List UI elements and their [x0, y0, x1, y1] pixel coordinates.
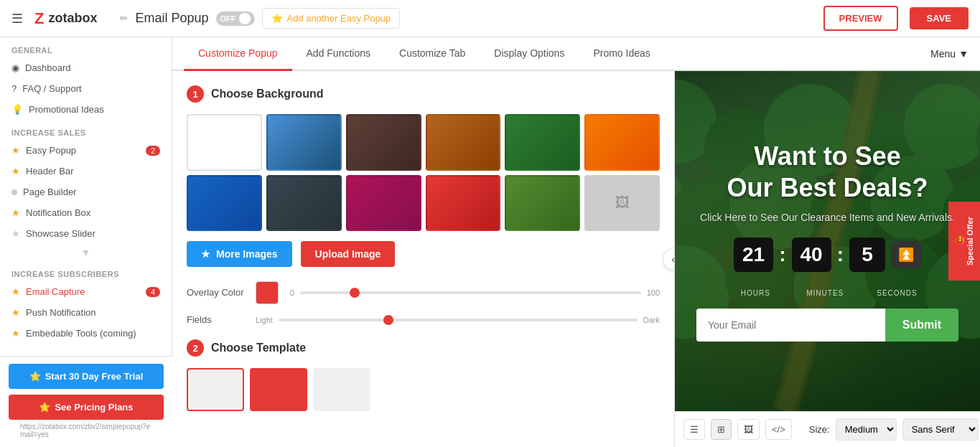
seconds-block: 5: [849, 237, 885, 272]
tab-add-functions[interactable]: Add Functions: [292, 37, 386, 71]
overlay-label: Overlay Color: [187, 286, 244, 299]
hours-group: 21: [734, 237, 773, 272]
bg-option-7[interactable]: [266, 175, 342, 232]
star-icon: ★: [11, 328, 20, 339]
star-icon: ⭐: [39, 402, 50, 413]
trial-button[interactable]: ⭐ Start 30 Day Free Trial: [9, 364, 164, 389]
size-select[interactable]: Small Medium Large: [836, 418, 897, 441]
star-icon: ★: [11, 207, 20, 218]
fields-tone-slider[interactable]: [279, 319, 638, 321]
slider-max-label: 100: [647, 288, 660, 297]
chevron-down-icon: ▼: [81, 247, 91, 258]
pricing-button[interactable]: ⭐ See Pricing Plans: [9, 395, 164, 420]
popup-title: Want to See Our Best Deals?: [696, 141, 958, 202]
toggle-dot: [239, 13, 251, 24]
section1-title: Choose Background: [211, 88, 323, 100]
sidebar-item-header-bar[interactable]: ★ Header Bar: [0, 161, 172, 182]
question-icon: ?: [11, 83, 17, 94]
bg-option-2[interactable]: [346, 114, 421, 171]
badge: 4: [146, 287, 160, 297]
upload-image-button[interactable]: Upload Image: [301, 241, 396, 267]
fields-row: Fields Light Dark: [187, 314, 660, 325]
countdown-labels: HOURS MINUTES SECONDS: [737, 289, 917, 297]
overlay-opacity-slider[interactable]: [300, 291, 641, 294]
preview-button[interactable]: PREVIEW: [823, 6, 898, 31]
minutes-block: 40: [792, 237, 831, 272]
email-input[interactable]: [696, 309, 885, 342]
star-icon: ⭐: [271, 13, 283, 24]
bg-option-8[interactable]: [346, 175, 421, 232]
sidebar-item-promo-ideas[interactable]: 💡 Promotional Ideas: [0, 99, 172, 120]
spacer-label2: [849, 289, 871, 297]
toolbar-list-view[interactable]: ☰: [683, 419, 705, 440]
sidebar-item-faq[interactable]: ? FAQ / Support: [0, 78, 172, 99]
toggle-switch[interactable]: OFF: [216, 11, 255, 26]
template-option-3[interactable]: [313, 368, 370, 411]
countdown-container: 21 : 40 : 5: [696, 237, 958, 297]
background-grid: 🖼: [187, 114, 660, 231]
fields-label: Fields: [187, 314, 244, 325]
template-option-2[interactable]: [250, 368, 307, 411]
bg-option-10[interactable]: [505, 175, 580, 232]
popup-content: Want to See Our Best Deals? Click Here t…: [696, 141, 958, 341]
tab-display-options[interactable]: Display Options: [480, 37, 579, 71]
bg-option-placeholder[interactable]: 🖼: [584, 175, 660, 232]
sidebar-item-email-capture[interactable]: ★ Email Capture 4: [0, 281, 172, 302]
add-popup-label: Add another Easy Popup: [287, 13, 391, 24]
sidebar-item-label: Embedable Tools (coming): [26, 328, 136, 339]
overlay-color-swatch[interactable]: [256, 281, 279, 304]
bg-option-1[interactable]: [266, 114, 342, 171]
toolbar-code-view[interactable]: </>: [765, 419, 792, 440]
sidebar-bottom: ⭐ Start 30 Day Free Trial ⭐ See Pricing …: [0, 356, 172, 447]
bg-option-6[interactable]: [187, 175, 262, 232]
sidebar-item-dashboard[interactable]: ◉ Dashboard: [0, 57, 172, 78]
clock-icon: ⏫: [891, 241, 921, 268]
section2-header: 2 Choose Template: [187, 339, 660, 357]
circle-icon: [11, 189, 17, 195]
right-panel: Want to See Our Best Deals? Click Here t…: [675, 71, 980, 447]
sidebar-item-easy-popup[interactable]: ★ Easy Popup 2: [0, 140, 172, 161]
sidebar-item-label: Page Builder: [23, 187, 76, 197]
tab-customize-popup[interactable]: Customize Popup: [184, 37, 292, 71]
bg-option-white[interactable]: [187, 114, 262, 171]
star-icon: ★: [11, 286, 20, 297]
pricing-label: See Pricing Plans: [55, 402, 133, 413]
save-button[interactable]: SAVE: [910, 7, 969, 29]
hamburger-icon[interactable]: ☰: [11, 11, 23, 27]
bg-option-5[interactable]: [584, 114, 660, 171]
size-label: Size:: [809, 424, 830, 435]
more-images-button[interactable]: ★ More Images: [187, 241, 292, 267]
preview-area: Want to See Our Best Deals? Click Here t…: [675, 71, 980, 411]
star-icon: ⭐: [29, 371, 41, 382]
sidebar-item-embedable-tools[interactable]: ★ Embedable Tools (coming): [0, 323, 172, 344]
template-option-1[interactable]: [187, 368, 244, 411]
panel-collapse-button[interactable]: «: [663, 248, 675, 270]
bg-option-9[interactable]: [426, 175, 501, 232]
tab-menu[interactable]: Menu ▼: [930, 48, 969, 60]
overlay-color-row: Overlay Color 0 100: [187, 281, 660, 304]
font-select[interactable]: Sans Serif Serif Monospace: [902, 418, 979, 441]
colon-1: :: [779, 243, 785, 266]
sidebar-item-showcase-slider[interactable]: ★ Showcase Slider: [0, 223, 172, 244]
tab-customize-tab[interactable]: Customize Tab: [385, 37, 480, 71]
add-popup-button[interactable]: ⭐ Add another Easy Popup: [262, 8, 401, 29]
app-header: ☰ Z zotabox ✏ Email Popup OFF ⭐ Add anot…: [0, 0, 980, 37]
sidebar-item-page-builder[interactable]: Page Builder: [0, 182, 172, 202]
collapse-arrow[interactable]: ▼: [0, 244, 172, 261]
fields-slider-container: Light Dark: [256, 316, 660, 324]
sidebar-item-notification-box[interactable]: ★ Notification Box: [0, 202, 172, 223]
minutes-label: MINUTES: [806, 289, 844, 297]
toolbar-image-view[interactable]: 🖼: [737, 419, 760, 440]
bg-option-4[interactable]: [505, 114, 580, 171]
bulb-icon: 💡: [11, 104, 23, 115]
trial-label: Start 30 Day Free Trial: [45, 371, 144, 382]
left-panel: « 1 Choose Background: [172, 71, 675, 447]
colon-2: :: [837, 243, 844, 266]
bg-option-3[interactable]: [426, 114, 501, 171]
submit-button[interactable]: Submit: [885, 309, 958, 342]
toolbar-grid-view[interactable]: ⊞: [711, 419, 732, 440]
tab-bar: Customize Popup Add Functions Customize …: [172, 37, 980, 71]
tab-promo-ideas[interactable]: Promo Ideas: [579, 37, 664, 71]
sidebar-item-label: Email Capture: [26, 286, 85, 297]
sidebar-item-push-notification[interactable]: ★ Push Notification: [0, 302, 172, 323]
